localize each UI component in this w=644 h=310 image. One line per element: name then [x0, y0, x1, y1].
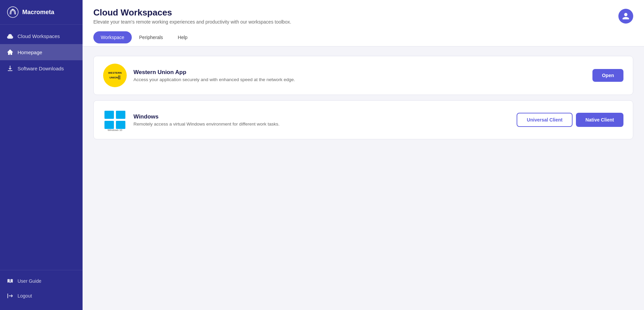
app-card-windows: Windows 10 Windows Remotely access a vir… [93, 100, 633, 139]
software-downloads-label: Software Downloads [18, 66, 64, 71]
brand-name: Macrometa [22, 9, 54, 16]
logout-icon [7, 292, 13, 299]
sidebar-item-cloud-workspaces[interactable]: Cloud Workspaces [0, 28, 83, 44]
western-union-open-button[interactable]: Open [592, 69, 623, 82]
svg-rect-4 [104, 121, 114, 129]
sidebar-nav: Cloud Workspaces Homepage Software Downl… [0, 25, 83, 270]
windows-app-desc: Remotely access a virtual Windows enviro… [133, 122, 510, 127]
tab-workspace[interactable]: Workspace [93, 31, 132, 43]
tab-peripherals[interactable]: Peripherals [132, 31, 171, 46]
user-avatar-button[interactable] [618, 9, 633, 24]
svg-text:Windows 10: Windows 10 [108, 129, 122, 132]
native-client-button[interactable]: Native Client [576, 113, 623, 127]
home-icon [7, 49, 13, 56]
main-content: Cloud Workspaces Elevate your team's rem… [83, 0, 644, 310]
tab-help[interactable]: Help [171, 31, 195, 46]
svg-point-0 [7, 7, 18, 18]
cloud-workspaces-label: Cloud Workspaces [18, 33, 60, 39]
windows-logo: Windows 10 [103, 108, 127, 132]
western-union-info: Western Union App Access your applicatio… [133, 69, 586, 82]
western-union-app-name: Western Union App [133, 69, 586, 76]
windows-logo-svg: Windows 10 [103, 108, 127, 132]
user-icon [622, 12, 630, 20]
svg-rect-2 [104, 111, 114, 119]
page-subtitle: Elevate your team's remote working exper… [93, 19, 291, 25]
western-union-logo: WESTERNUNION|| [103, 64, 127, 87]
tab-bar: Workspace Peripherals Help [93, 31, 633, 46]
user-guide-label: User Guide [18, 278, 41, 284]
svg-rect-5 [116, 121, 125, 129]
book-icon [7, 278, 13, 284]
user-guide-item[interactable]: User Guide [0, 274, 83, 288]
brand-logo[interactable]: Macrometa [0, 0, 83, 25]
svg-rect-3 [116, 111, 125, 119]
sidebar-item-homepage[interactable]: Homepage [0, 44, 83, 60]
wu-logo-text: WESTERNUNION|| [108, 71, 122, 79]
universal-client-button[interactable]: Universal Client [517, 113, 573, 127]
windows-info: Windows Remotely access a virtual Window… [133, 113, 510, 127]
svg-point-1 [12, 9, 13, 10]
sidebar-item-software-downloads[interactable]: Software Downloads [0, 60, 83, 76]
sidebar-bottom: User Guide Logout [0, 270, 83, 310]
logout-item[interactable]: Logout [0, 288, 83, 303]
apps-list: WESTERNUNION|| Western Union App Access … [83, 46, 644, 149]
western-union-app-desc: Access your application securely and wit… [133, 77, 586, 82]
western-union-actions: Open [592, 69, 623, 82]
header-text-group: Cloud Workspaces Elevate your team's rem… [93, 7, 291, 30]
sidebar: Macrometa Cloud Workspaces Homepage Soft… [0, 0, 83, 310]
windows-app-name: Windows [133, 113, 510, 120]
cloud-icon [7, 33, 13, 39]
logout-label: Logout [18, 293, 32, 299]
page-header: Cloud Workspaces Elevate your team's rem… [83, 0, 644, 46]
macrometa-icon [7, 6, 19, 18]
app-card-western-union: WESTERNUNION|| Western Union App Access … [93, 56, 633, 95]
windows-actions: Universal Client Native Client [517, 113, 623, 127]
homepage-label: Homepage [18, 49, 42, 55]
download-icon [7, 65, 13, 72]
page-title: Cloud Workspaces [93, 7, 291, 18]
